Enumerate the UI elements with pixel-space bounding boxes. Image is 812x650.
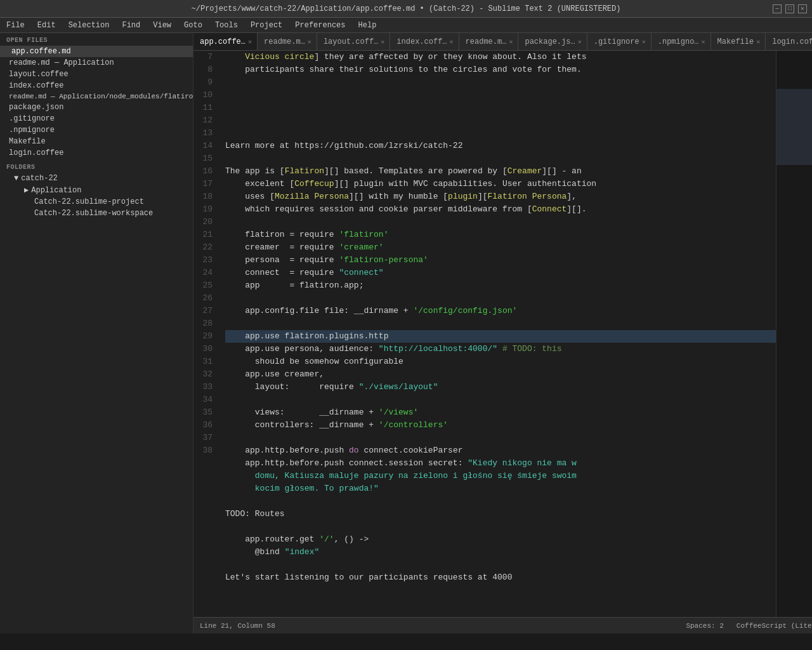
code-line: should be somehow configurable bbox=[225, 355, 776, 368]
tab-close-package[interactable]: ✕ bbox=[578, 38, 582, 46]
tab-makefile[interactable]: Makefile ✕ bbox=[711, 33, 766, 51]
tab-label: package.js… bbox=[525, 37, 575, 46]
code-line bbox=[225, 216, 776, 229]
menu-goto[interactable]: Goto bbox=[178, 20, 209, 31]
sidebar-file-readme-flatiron[interactable]: readme.md — Application/node_modules/fla… bbox=[0, 91, 193, 102]
tab-close-readme[interactable]: ✕ bbox=[308, 38, 311, 46]
menu-view[interactable]: View bbox=[147, 20, 178, 31]
code-line: controllers: __dirname + '/controllers' bbox=[225, 419, 776, 432]
code-line: kocim głosem. To prawda!" bbox=[225, 482, 776, 495]
tab-layout-coffee[interactable]: layout.coff… ✕ bbox=[317, 33, 390, 51]
menu-help[interactable]: Help bbox=[352, 20, 383, 31]
tab-app-coffee[interactable]: app.coffe… ✕ bbox=[193, 33, 258, 51]
menu-edit[interactable]: Edit bbox=[31, 20, 62, 31]
menu-selection[interactable]: Selection bbox=[62, 20, 116, 31]
sidebar-file-readme-app[interactable]: readme.md — Application bbox=[0, 57, 193, 69]
minimize-button[interactable]: ─ bbox=[773, 4, 782, 13]
code-line: app.http.before.push do connect.cookiePa… bbox=[225, 444, 776, 457]
sidebar-file-index-coffee[interactable]: index.coffee bbox=[0, 80, 193, 91]
code-line bbox=[225, 584, 776, 597]
code-line: TODO: Routes bbox=[225, 508, 776, 521]
tab-label: readme.m… bbox=[466, 37, 507, 46]
code-line: participants share their solutions to th… bbox=[225, 63, 776, 76]
window-controls[interactable]: ─ □ ✕ bbox=[773, 4, 807, 13]
code-line: Let's start listening to our participant… bbox=[225, 571, 776, 584]
line-num: 8 bbox=[200, 63, 213, 76]
tab-readme-md2[interactable]: readme.m… ✕ bbox=[459, 33, 519, 51]
open-files-label: OPEN FILES bbox=[0, 33, 193, 46]
folder-sublime-workspace[interactable]: Catch-22.sublime-workspace bbox=[0, 208, 193, 219]
tab-close-makefile[interactable]: ✕ bbox=[756, 38, 760, 46]
sidebar-file-layout-coffee[interactable]: layout.coffee bbox=[0, 69, 193, 80]
sidebar-file-npmignore[interactable]: .npmignore bbox=[0, 124, 193, 136]
language-mode[interactable]: CoffeeScript (Literate) bbox=[737, 622, 812, 630]
code-line bbox=[225, 292, 776, 305]
line-num: 13 bbox=[200, 127, 213, 140]
menu-file[interactable]: File bbox=[0, 20, 31, 31]
sidebar-file-makefile[interactable]: Makefile bbox=[0, 136, 193, 147]
content-area: app.coffe… ✕ readme.m… ✕ layout.coff… ✕ … bbox=[193, 33, 812, 633]
main-layout: OPEN FILES app.coffee.md readme.md — App… bbox=[0, 33, 812, 633]
menu-project[interactable]: Project bbox=[244, 20, 289, 31]
line-num: 17 bbox=[200, 178, 213, 190]
spaces-setting[interactable]: Spaces: 2 bbox=[686, 622, 723, 630]
tab-label: .gitignore bbox=[594, 37, 639, 46]
folder-sublime-project[interactable]: Catch-22.sublime-project bbox=[0, 196, 193, 208]
code-line: app.router.get '/', () -> bbox=[225, 533, 776, 546]
folder-application[interactable]: ▶ Application bbox=[0, 184, 193, 196]
code-line bbox=[225, 127, 776, 140]
tab-label: .npmigno… bbox=[658, 37, 699, 46]
code-line: app.use flatiron.plugins.http bbox=[225, 330, 776, 343]
line-num: 28 bbox=[200, 317, 213, 330]
code-line bbox=[225, 76, 776, 89]
line-num: 37 bbox=[200, 432, 213, 444]
code-line: domu, Katiusza maluje pazury na zielono … bbox=[225, 470, 776, 482]
code-line bbox=[225, 102, 776, 114]
sidebar-file-app-coffee[interactable]: app.coffee.md bbox=[0, 46, 193, 57]
tab-close-readme2[interactable]: ✕ bbox=[509, 38, 513, 46]
tab-npmignore[interactable]: .npmigno… ✕ bbox=[652, 33, 711, 51]
code-line: app.use creamer, bbox=[225, 368, 776, 381]
tab-label: readme.m… bbox=[264, 37, 305, 46]
sidebar-file-gitignore[interactable]: .gitignore bbox=[0, 113, 193, 124]
folders-label: FOLDERS bbox=[0, 159, 193, 173]
menu-find[interactable]: Find bbox=[115, 20, 147, 31]
tab-label: index.coff… bbox=[396, 37, 447, 46]
code-line bbox=[225, 152, 776, 165]
line-num: 12 bbox=[200, 114, 213, 127]
tab-close-gitignore[interactable]: ✕ bbox=[642, 38, 646, 46]
line-num: 14 bbox=[200, 140, 213, 152]
line-num: 19 bbox=[200, 203, 213, 216]
code-line: creamer = require 'creamer' bbox=[225, 241, 776, 254]
tab-readme-md[interactable]: readme.m… ✕ bbox=[258, 33, 317, 51]
code-line: which requires session and cookie parser… bbox=[225, 203, 776, 216]
line-num: 27 bbox=[200, 305, 213, 317]
sidebar-file-login-coffee[interactable]: login.coffee bbox=[0, 147, 193, 159]
close-button[interactable]: ✕ bbox=[798, 4, 807, 13]
tab-gitignore[interactable]: .gitignore ✕ bbox=[587, 33, 652, 51]
title-bar: ~/Projects/www/catch-22/Application/app.… bbox=[0, 0, 812, 18]
line-num: 32 bbox=[200, 368, 213, 381]
tab-close-npmignore[interactable]: ✕ bbox=[702, 38, 705, 46]
code-editor[interactable]: Vicious circle] they are affected by or … bbox=[219, 51, 776, 617]
code-line bbox=[225, 521, 776, 533]
tab-index-coffee[interactable]: index.coff… ✕ bbox=[390, 33, 459, 51]
line-num: 20 bbox=[200, 216, 213, 229]
folder-catch22[interactable]: ▼ catch-22 bbox=[0, 173, 193, 184]
sidebar: OPEN FILES app.coffee.md readme.md — App… bbox=[0, 33, 193, 633]
tab-close-index[interactable]: ✕ bbox=[450, 38, 454, 46]
tab-close-app-coffee[interactable]: ✕ bbox=[248, 38, 252, 46]
tab-package-json[interactable]: package.js… ✕ bbox=[518, 33, 587, 51]
code-line: layout: require "./views/layout" bbox=[225, 381, 776, 394]
code-line: connect = require "connect" bbox=[225, 267, 776, 279]
code-line: The app is [Flatiron][] based. Templates… bbox=[225, 165, 776, 178]
tab-login-coffee[interactable]: login.coffe… ✕ bbox=[766, 33, 812, 51]
sidebar-file-package-json[interactable]: package.json bbox=[0, 102, 193, 113]
code-line bbox=[225, 432, 776, 444]
code-line: flatiron = require 'flatiron' bbox=[225, 229, 776, 241]
menu-preferences[interactable]: Preferences bbox=[289, 20, 351, 31]
tab-close-layout[interactable]: ✕ bbox=[381, 38, 384, 46]
line-num: 24 bbox=[200, 267, 213, 279]
maximize-button[interactable]: □ bbox=[785, 4, 794, 13]
menu-tools[interactable]: Tools bbox=[209, 20, 244, 31]
